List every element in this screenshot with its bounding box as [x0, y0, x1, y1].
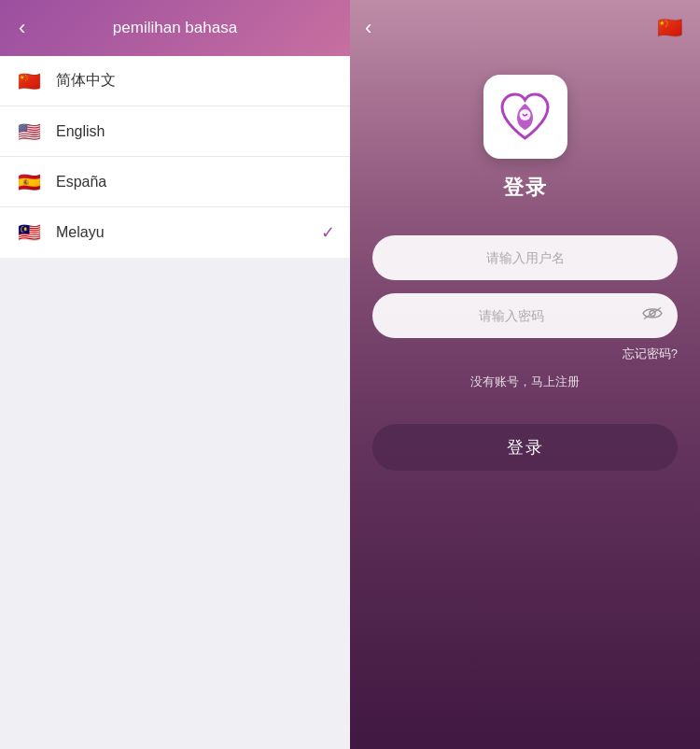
svg-point-0	[520, 109, 531, 120]
language-item-zh[interactable]: 🇨🇳 简体中文	[0, 56, 350, 106]
password-input[interactable]	[372, 293, 678, 338]
logo-svg	[495, 87, 555, 148]
app-logo	[483, 75, 567, 159]
lang-name-es: España	[56, 174, 335, 191]
language-item-ms[interactable]: 🇲🇾 Melayu ✓	[0, 207, 350, 258]
flag-es: 🇪🇸	[15, 168, 43, 196]
left-header: ‹ pemilihan bahasa	[0, 0, 350, 56]
flag-zh: 🇨🇳	[15, 67, 43, 95]
toggle-password-icon[interactable]	[642, 306, 663, 326]
login-panel: ‹ 🇨🇳 登录	[350, 0, 700, 749]
right-back-button[interactable]: ‹	[365, 16, 371, 40]
register-link[interactable]: 没有账号，马上注册	[470, 374, 580, 390]
right-header: ‹ 🇨🇳	[350, 0, 700, 56]
left-panel-title: pemilihan bahasa	[113, 19, 237, 37]
password-wrapper	[372, 293, 678, 338]
flag-ms: 🇲🇾	[15, 219, 43, 247]
language-selection-panel: ‹ pemilihan bahasa 🇨🇳 简体中文 🇺🇸 English 🇪🇸…	[0, 0, 350, 749]
flag-en: 🇺🇸	[15, 118, 43, 146]
forgot-password-link[interactable]: 忘记密码?	[623, 346, 678, 362]
language-list: 🇨🇳 简体中文 🇺🇸 English 🇪🇸 España 🇲🇾 Melayu ✓	[0, 56, 350, 258]
login-button[interactable]: 登录	[372, 424, 678, 471]
lang-name-en: English	[56, 123, 335, 140]
login-title: 登录	[503, 174, 548, 202]
register-row: 没有账号，马上注册	[372, 374, 678, 390]
forgot-row: 忘记密码?	[372, 346, 678, 362]
lang-name-ms: Melayu	[56, 224, 321, 241]
language-item-es[interactable]: 🇪🇸 España	[0, 157, 350, 207]
username-input[interactable]	[372, 235, 678, 280]
language-item-en[interactable]: 🇺🇸 English	[0, 106, 350, 157]
lang-name-zh: 简体中文	[56, 71, 335, 91]
current-language-flag[interactable]: 🇨🇳	[653, 12, 685, 44]
left-back-button[interactable]: ‹	[19, 16, 25, 40]
login-content: 登录 忘记密码? 没有账号，马上注册 登录	[350, 56, 700, 471]
selected-checkmark: ✓	[321, 222, 335, 243]
